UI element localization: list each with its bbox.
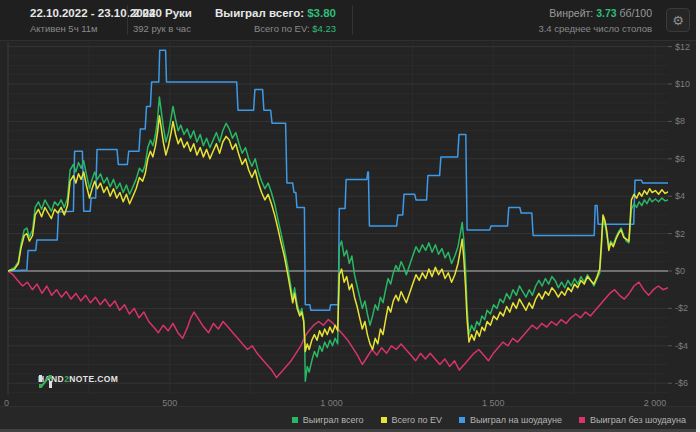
winrate-value: 3.73 [596, 7, 616, 19]
x-tick-label: 1 000 [320, 398, 343, 406]
x-tick-label: 2 000 [644, 398, 667, 406]
hands-stats: 2 040 Руки 392 рук в час [133, 6, 192, 36]
legend-label: Выиграл всего [303, 415, 364, 425]
ev-total-value: $4.23 [312, 23, 336, 34]
y-tick-label: $0 [675, 266, 685, 276]
y-tick-label: -$2 [675, 303, 688, 313]
legend-label: Всего по EV [392, 415, 442, 425]
window-right-edge [696, 0, 700, 432]
won-stats: Выиграл всего: $3.80 Всего по EV: $4.23 [198, 6, 336, 36]
ev-total-line: Всего по EV: $4.23 [198, 22, 336, 36]
header-divider [352, 5, 353, 35]
y-tick-label: -$6 [675, 378, 688, 388]
x-tick-label: 500 [162, 398, 177, 406]
legend-item-ev-total[interactable]: Всего по EV [381, 415, 442, 425]
legend-item-won-total[interactable]: Выиграл всего [292, 415, 364, 425]
legend-swatch-won-showdown [459, 417, 465, 423]
header-divider [127, 5, 128, 35]
legend-label: Выиграл на шоудауне [470, 415, 562, 425]
won-total-value: $3.80 [307, 7, 336, 19]
y-tick-label: $6 [675, 154, 685, 164]
hand2note-logo: HAND2NOTE.COM [38, 374, 118, 384]
hand2note-logo-icon [38, 374, 53, 389]
y-tick-label: $10 [675, 79, 690, 89]
legend-swatch-won-total [292, 417, 298, 423]
legend-item-won-nonshowdown[interactable]: Выиграл без шоудауна [579, 415, 686, 425]
legend-swatch-won-nonshowdown [579, 417, 585, 423]
hands-count: 2 040 Руки [133, 6, 192, 20]
session-graph: $12$10$8$6$4$2$0-$2-$4-$605001 0001 5002… [0, 40, 700, 406]
legend-item-won-showdown[interactable]: Выиграл на шоудауне [459, 415, 562, 425]
y-tick-label: $8 [675, 116, 685, 126]
x-tick-label: 0 [4, 398, 9, 406]
winrate-line: Винрейт: 3.73 бб/100 [538, 6, 652, 20]
legend-label: Выиграл без шоудауна [590, 415, 686, 425]
won-total-label: Выиграл всего: [215, 7, 307, 19]
won-total-line: Выиграл всего: $3.80 [198, 6, 336, 20]
session-header: 22.10.2022 - 23.10.2022 Активен 5ч 11м 2… [0, 0, 700, 41]
avg-tables: 3.4 среднее число столов [538, 22, 652, 36]
y-tick-label: $2 [675, 229, 685, 239]
x-tick-label: 1 500 [482, 398, 505, 406]
hands-per-hour: 392 рук в час [133, 22, 192, 36]
winrate-label: Винрейт: [549, 7, 596, 19]
winrate-units: бб/100 [617, 7, 652, 19]
winrate-stats: Винрейт: 3.73 бб/100 3.4 среднее число с… [538, 6, 652, 36]
graph-canvas[interactable]: $12$10$8$6$4$2$0-$2-$4-$605001 0001 5002… [0, 40, 700, 406]
legend-swatch-ev-total [381, 417, 387, 423]
ev-total-label: Всего по EV: [254, 23, 312, 34]
settings-button[interactable]: ⚙ [666, 8, 690, 32]
gear-icon: ⚙ [672, 13, 684, 28]
y-tick-label: $4 [675, 191, 685, 201]
y-tick-label: $12 [675, 42, 690, 52]
y-tick-label: -$4 [675, 341, 688, 351]
hand2note-session-graph-window: 22.10.2022 - 23.10.2022 Активен 5ч 11м 2… [0, 0, 700, 432]
